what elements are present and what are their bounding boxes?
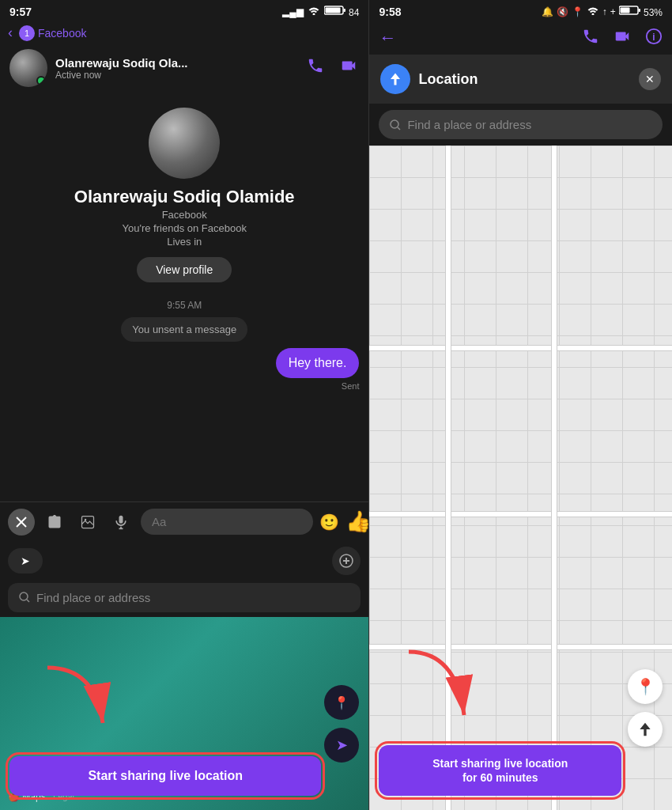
left-panel: 9:57 ▂▄▆ 84 ‹ 1 Facebook (0, 0, 368, 810)
status-time-left: 9:57 (9, 6, 32, 18)
map-overlay-left: 📍 ➤ (324, 685, 359, 763)
wifi-icon (308, 6, 320, 17)
map-area-right: 📍 Start sharing live location for 60 min… (369, 146, 672, 810)
back-button-right[interactable]: ← (379, 28, 396, 48)
status-bar-right: 9:58 🔔 🔇 📍 ↑ + 53% (369, 0, 672, 21)
chat-header: Olanrewaju Sodiq Ola... Active now (0, 44, 368, 92)
add-content-button[interactable] (332, 547, 361, 575)
pin-icon-right: 📍 (636, 677, 655, 696)
map-overlay-right: 📍 (628, 669, 663, 747)
svg-rect-17 (620, 8, 629, 13)
video-button-right[interactable] (612, 28, 632, 48)
bluetooth-icon: + (610, 6, 616, 17)
road-h2 (369, 511, 672, 517)
battery-pct: 84 (349, 7, 359, 18)
message-input[interactable] (141, 509, 313, 535)
call-button[interactable] (307, 57, 324, 79)
map-nav-icon: ➤ (336, 736, 348, 754)
map-pin-icon: 📍 (334, 695, 349, 710)
sent-message-bubble: Hey there. (276, 348, 360, 378)
status-bar-left: 9:57 ▂▄▆ 84 (0, 0, 368, 21)
close-button[interactable] (8, 509, 35, 536)
road-v2 (551, 146, 557, 810)
messages-area: 9:55 AM You unsent a message Hey there. … (0, 292, 368, 502)
status-icons-left: ▂▄▆ 84 (282, 5, 359, 18)
back-label[interactable]: Facebook (38, 27, 86, 40)
video-call-button[interactable] (338, 57, 359, 79)
profile-platform: Facebook (162, 209, 207, 221)
signal-icon: ▂▄▆ (282, 6, 304, 17)
avatar (9, 49, 47, 87)
search-placeholder-right: Find a place or address (407, 118, 531, 131)
profile-avatar (149, 108, 220, 179)
search-location-box[interactable]: Find place or address (8, 583, 361, 612)
search-icon-right (390, 119, 401, 131)
image-button[interactable] (74, 509, 101, 536)
upload-icon: ↑ (602, 6, 607, 17)
map-nav-button-right[interactable] (628, 712, 663, 747)
right-panel: 9:58 🔔 🔇 📍 ↑ + 53% ← (369, 0, 672, 810)
road-h1 (369, 345, 672, 351)
map-area-left: 📍 ➤ 🍎 Maps Legal Start sharing live loca… (0, 617, 368, 811)
info-button-right[interactable]: i (645, 28, 663, 48)
microphone-button[interactable] (108, 509, 134, 536)
location-panel-title: Location (418, 71, 478, 88)
active-status: Active now (55, 70, 188, 81)
search-location-right[interactable]: Find a place or address (379, 110, 663, 139)
search-placeholder: Find place or address (36, 591, 150, 604)
unsent-message: You unsent a message (121, 317, 247, 342)
back-arrow-icon[interactable]: ‹ (8, 25, 13, 41)
start-live-location-60min-button[interactable]: Start sharing live location for 60 minut… (379, 745, 621, 796)
notification-badge: 1 (19, 25, 35, 41)
battery-right: 53% (619, 5, 663, 18)
svg-point-21 (391, 120, 398, 128)
right-header-nav: ← i (369, 21, 672, 55)
view-profile-button[interactable]: View profile (137, 257, 232, 282)
profile-lives-text: Lives in (167, 236, 202, 248)
map-pin-button-right[interactable]: 📍 (628, 669, 663, 704)
svg-rect-18 (638, 9, 640, 12)
svg-rect-1 (325, 8, 340, 13)
battery-indicator: 84 (324, 5, 360, 18)
close-location-button[interactable]: ✕ (639, 68, 661, 90)
camera-button[interactable] (41, 509, 68, 536)
input-bar: 🙂 👍 (0, 502, 368, 542)
map-navigation-button[interactable]: ➤ (324, 728, 359, 763)
svg-rect-7 (119, 515, 123, 523)
svg-text:i: i (652, 32, 655, 43)
location-service-icon: 📍 (572, 6, 583, 17)
chat-header-left: Olanrewaju Sodiq Ola... Active now (9, 49, 188, 87)
svg-line-22 (398, 127, 400, 130)
status-icons-right: 🔔 🔇 📍 ↑ + 53% (542, 5, 663, 18)
right-header-actions: i (582, 28, 663, 48)
like-button[interactable]: 👍 (345, 509, 368, 534)
location-pill-button[interactable]: ➤ (8, 548, 43, 573)
live-location-btn-line2: for 60 minutes (462, 771, 538, 784)
search-icon (19, 592, 30, 603)
active-dot (36, 76, 46, 85)
call-button-right[interactable] (582, 28, 599, 48)
location-bar: ➤ (0, 542, 368, 578)
map-pin-button[interactable]: 📍 (324, 685, 359, 720)
chat-header-info: Olanrewaju Sodiq Ola... Active now (55, 56, 188, 81)
road-h3 (369, 644, 672, 650)
status-time-right: 9:58 (379, 6, 401, 18)
message-timestamp: 9:55 AM (9, 300, 359, 311)
road-v1 (445, 146, 451, 810)
svg-rect-2 (343, 9, 345, 12)
wifi-icon-right (587, 6, 599, 17)
profile-friends-text: You're friends on Facebook (123, 222, 247, 234)
svg-line-14 (27, 600, 29, 602)
profile-section: Olanrewaju Sodiq Olamide Facebook You're… (0, 92, 368, 292)
sent-label: Sent (342, 381, 360, 391)
map-grid (369, 146, 672, 810)
compass-icon (637, 721, 653, 737)
location-icon (380, 64, 410, 94)
live-location-btn-line1: Start sharing live location (432, 757, 568, 770)
emoji-button[interactable]: 🙂 (319, 513, 339, 532)
back-nav[interactable]: ‹ 1 Facebook (0, 21, 368, 44)
svg-point-13 (20, 592, 28, 600)
contact-name: Olanrewaju Sodiq Ola... (55, 56, 188, 70)
profile-name: Olanrewaju Sodiq Olamide (74, 187, 295, 207)
start-live-location-button[interactable]: Start sharing live location (9, 756, 321, 796)
